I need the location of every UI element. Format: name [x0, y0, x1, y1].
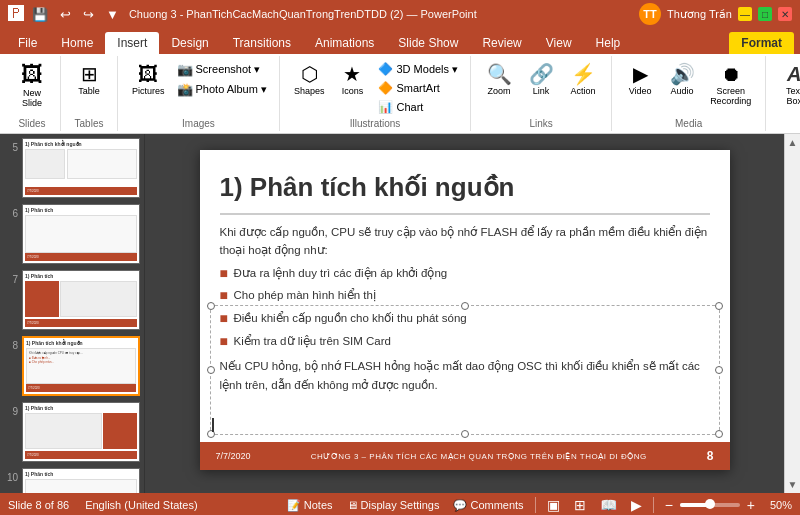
action-button[interactable]: ⚡ Action [563, 60, 603, 100]
bullet-marker-3: ■ [220, 309, 230, 329]
bullet-1: ■ Đưa ra lệnh duy trì các điện áp khởi đ… [220, 264, 710, 284]
slide-thumb-7[interactable]: 7 1) Phân tích 7/7/2020 [4, 270, 140, 330]
redo-button[interactable]: ↪ [79, 5, 98, 24]
zoom-out-button[interactable]: − [662, 495, 676, 515]
undo-button[interactable]: ↩ [56, 5, 75, 24]
ribbon-group-links: 🔍 Zoom 🔗 Link ⚡ Action Links [471, 56, 612, 131]
slide-thumb-6[interactable]: 6 1) Phân tích 7/7/2020 [4, 204, 140, 264]
slide-num-7: 7 [4, 274, 18, 285]
text-box-button[interactable]: A TextBox [774, 60, 800, 110]
new-slide-label: NewSlide [22, 88, 42, 108]
tab-insert[interactable]: Insert [105, 32, 159, 54]
photo-album-button[interactable]: 📸 Photo Album ▾ [173, 80, 271, 99]
tab-animations[interactable]: Animations [303, 32, 386, 54]
slide-intro: Khi được cấp nguồn, CPU sẽ truy cập vào … [220, 223, 710, 260]
slide-preview-7[interactable]: 1) Phân tích 7/7/2020 [22, 270, 140, 330]
footer-date: 7/7/2020 [216, 451, 251, 461]
tab-slideshow[interactable]: Slide Show [386, 32, 470, 54]
tab-transitions[interactable]: Transitions [221, 32, 303, 54]
shapes-button[interactable]: ⬡ Shapes [288, 60, 331, 100]
audio-icon: 🔊 [670, 64, 695, 84]
smartart-label: SmartArt [396, 82, 439, 94]
screen-recording-button[interactable]: ⏺ ScreenRecording [704, 60, 757, 110]
user-avatar[interactable]: TT [639, 3, 661, 25]
notes-button[interactable]: 📝 Notes [284, 497, 336, 514]
reading-view-button[interactable]: 📖 [597, 495, 620, 515]
slide-thumb-9[interactable]: 9 1) Phân tích 7/7/2020 [4, 402, 140, 462]
tab-format[interactable]: Format [729, 32, 794, 54]
new-slide-button[interactable]: 🖼 NewSlide [12, 60, 52, 112]
save-button[interactable]: 💾 [28, 5, 52, 24]
links-buttons: 🔍 Zoom 🔗 Link ⚡ Action [479, 58, 603, 116]
editing-area[interactable]: 1) Phân tích khối nguồn Khi được cấp ngu… [145, 134, 784, 493]
zoom-slider-thumb[interactable] [705, 499, 715, 509]
pictures-button[interactable]: 🖼 Pictures [126, 60, 171, 100]
display-settings-button[interactable]: 🖥 Display Settings [344, 497, 443, 513]
zoom-slider[interactable] [680, 503, 740, 507]
footer-center: Chương 3 – Phân tích các mạch quan trọng… [311, 452, 647, 461]
audio-button[interactable]: 🔊 Audio [662, 60, 702, 100]
close-button[interactable]: ✕ [778, 7, 792, 21]
minimize-button[interactable]: — [738, 7, 752, 21]
slide-preview-10[interactable]: 1) Phân tích 7/7/2020 [22, 468, 140, 493]
video-icon: ▶ [633, 64, 648, 84]
link-button[interactable]: 🔗 Link [521, 60, 561, 100]
new-slide-icon: 🖼 [21, 64, 43, 86]
screenshot-button[interactable]: 📷 Screenshot ▾ [173, 60, 271, 79]
ribbon-tabs-right: Format [729, 32, 794, 54]
slide-thumb-10[interactable]: 10 1) Phân tích 7/7/2020 [4, 468, 140, 493]
bullet-text-1: Đưa ra lệnh duy trì các điện áp khởi độn… [234, 264, 448, 282]
handle-br[interactable] [715, 430, 723, 438]
media-buttons: ▶ Video 🔊 Audio ⏺ ScreenRecording [620, 58, 757, 116]
slide-preview-6[interactable]: 1) Phân tích 7/7/2020 [22, 204, 140, 264]
tab-view[interactable]: View [534, 32, 584, 54]
chart-button[interactable]: 📊 Chart [374, 98, 462, 116]
slide-sorter-button[interactable]: ⊞ [571, 495, 589, 515]
slide-thumb-8[interactable]: 8 1) Phân tích khởi nguồn Khi được cấp n… [4, 336, 140, 396]
tab-review[interactable]: Review [470, 32, 533, 54]
tab-design[interactable]: Design [159, 32, 220, 54]
comments-button[interactable]: 💬 Comments [450, 497, 526, 514]
language: English (United States) [85, 499, 198, 511]
video-button[interactable]: ▶ Video [620, 60, 660, 100]
slide-info: Slide 8 of 86 [8, 499, 69, 511]
table-label: Table [78, 86, 100, 96]
slide-preview-9[interactable]: 1) Phân tích 7/7/2020 [22, 402, 140, 462]
ribbon-tabs: File Home Insert Design Transitions Anim… [0, 28, 800, 54]
3dmodels-button[interactable]: 🔷 3D Models ▾ [374, 60, 462, 78]
images-col: 📷 Screenshot ▾ 📸 Photo Album ▾ [173, 60, 271, 99]
handle-bm[interactable] [461, 430, 469, 438]
icons-icon: ★ [343, 64, 361, 84]
ribbon: 🖼 NewSlide Slides ⊞ Table Tables 🖼 Pictu… [0, 54, 800, 134]
status-bar: Slide 8 of 86 English (United States) 📝 … [0, 493, 800, 515]
table-button[interactable]: ⊞ Table [69, 60, 109, 100]
normal-view-button[interactable]: ▣ [544, 495, 563, 515]
screenshot-label: Screenshot ▾ [196, 63, 261, 76]
customize-qa-button[interactable]: ▼ [102, 5, 123, 24]
maximize-button[interactable]: □ [758, 7, 772, 21]
right-scrollbar[interactable]: ▲ ▼ [784, 134, 800, 493]
zoom-button[interactable]: 🔍 Zoom [479, 60, 519, 100]
icons-button[interactable]: ★ Icons [332, 60, 372, 100]
media-group-label: Media [675, 116, 702, 129]
smartart-button[interactable]: 🔶 SmartArt [374, 79, 462, 97]
slide-preview-8[interactable]: 1) Phân tích khởi nguồn Khi được cấp ngu… [22, 336, 140, 396]
scroll-down-arrow[interactable]: ▼ [785, 476, 800, 493]
zoom-level[interactable]: 50% [762, 499, 792, 511]
slideshow-button[interactable]: ▶ [628, 495, 645, 515]
scroll-up-arrow[interactable]: ▲ [785, 134, 800, 151]
links-group-label: Links [529, 116, 552, 129]
tab-home[interactable]: Home [49, 32, 105, 54]
slide-panel[interactable]: 5 1) Phân tích khởi nguồn 7/7/2020 6 [0, 134, 145, 493]
pictures-icon: 🖼 [138, 64, 158, 84]
slide-title[interactable]: 1) Phân tích khối nguồn [200, 150, 730, 213]
slides-buttons: 🖼 NewSlide [12, 58, 52, 116]
ribbon-group-illustrations: ⬡ Shapes ★ Icons 🔷 3D Models ▾ 🔶 SmartAr… [280, 56, 471, 131]
status-separator [535, 497, 536, 513]
tab-file[interactable]: File [6, 32, 49, 54]
zoom-in-button[interactable]: + [744, 495, 758, 515]
slide-body[interactable]: Khi được cấp nguồn, CPU sẽ truy cập vào … [200, 215, 730, 406]
slide-preview-5[interactable]: 1) Phân tích khởi nguồn 7/7/2020 [22, 138, 140, 198]
tab-help[interactable]: Help [584, 32, 633, 54]
slide-thumb-5[interactable]: 5 1) Phân tích khởi nguồn 7/7/2020 [4, 138, 140, 198]
